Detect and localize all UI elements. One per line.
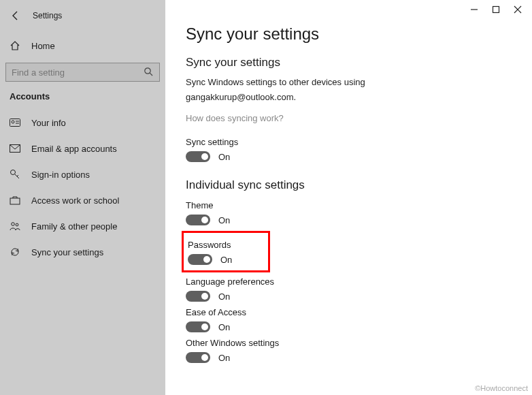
back-button[interactable] [10, 10, 22, 22]
watermark: ©Howtoconnect [475, 384, 528, 392]
sidebar-item-label: Access work or school [31, 195, 119, 206]
maximize-button[interactable] [491, 5, 501, 14]
ease-toggle[interactable] [186, 321, 210, 332]
sync-heading: Sync your settings [186, 56, 532, 69]
sidebar-item-work[interactable]: Access work or school [0, 187, 165, 213]
window-controls [469, 0, 532, 19]
language-state: On [218, 291, 230, 302]
sidebar-item-label: Your info [31, 118, 66, 128]
svg-line-1 [150, 73, 152, 76]
svg-rect-14 [493, 7, 499, 13]
svg-point-12 [16, 223, 18, 226]
page-title: Sync your settings [186, 25, 532, 44]
theme-label: Theme [186, 200, 532, 210]
svg-point-7 [11, 170, 16, 175]
close-button[interactable] [513, 5, 522, 14]
minimize-button[interactable] [469, 5, 479, 14]
people-icon [10, 221, 22, 231]
ease-label: Ease of Access [186, 307, 532, 317]
svg-point-11 [12, 223, 15, 226]
sync-desc-1: Sync Windows settings to other devices u… [186, 76, 532, 89]
passwords-toggle[interactable] [188, 254, 212, 265]
svg-rect-10 [10, 198, 20, 204]
svg-line-9 [17, 175, 18, 176]
sidebar-item-family[interactable]: Family & other people [0, 213, 165, 239]
sidebar-item-label: Email & app accounts [31, 144, 117, 154]
sidebar-section-label: Accounts [0, 91, 165, 101]
other-toggle[interactable] [186, 352, 210, 363]
svg-point-3 [12, 121, 14, 123]
sidebar-item-signin[interactable]: Sign-in options [0, 161, 165, 187]
search-input[interactable] [5, 63, 160, 82]
highlight-box: Passwords On [182, 231, 270, 272]
passwords-state: On [220, 255, 232, 265]
how-sync-works-link[interactable]: How does syncing work? [186, 113, 284, 123]
sidebar-item-label: Family & other people [31, 221, 117, 232]
sidebar-item-label: Sign-in options [31, 170, 90, 180]
sidebar-item-your-info[interactable]: Your info [0, 110, 165, 136]
other-state: On [218, 353, 230, 363]
language-label: Language preferences [186, 276, 532, 287]
home-icon [10, 40, 22, 51]
individual-heading: Individual sync settings [186, 178, 532, 192]
svg-point-0 [145, 68, 150, 74]
sidebar-item-label: Sync your settings [31, 247, 103, 257]
sidebar-item-email[interactable]: Email & app accounts [0, 136, 165, 161]
ease-state: On [218, 322, 230, 332]
language-toggle[interactable] [186, 291, 210, 302]
home-nav[interactable]: Home [0, 34, 165, 57]
content-pane: ⌄ Sync your settings Sync your settings … [165, 0, 532, 395]
other-label: Other Windows settings [186, 338, 532, 348]
master-sync-label: Sync settings [186, 137, 532, 147]
briefcase-icon [10, 195, 22, 205]
master-sync-toggle[interactable] [186, 151, 210, 162]
sidebar: Settings Home Accounts Your info E [0, 0, 165, 395]
home-label: Home [31, 41, 55, 51]
key-icon [10, 169, 22, 180]
mail-icon [10, 144, 22, 153]
theme-state: On [218, 215, 230, 225]
master-sync-state: On [218, 152, 230, 162]
sidebar-item-sync[interactable]: Sync your settings [0, 239, 165, 265]
sync-icon [10, 247, 22, 257]
passwords-label: Passwords [188, 240, 264, 250]
app-title: Settings [33, 11, 62, 20]
search-wrap [5, 63, 160, 82]
search-icon [144, 67, 153, 76]
theme-toggle[interactable] [186, 215, 210, 225]
sync-desc-2: gangakkurup@outlook.com. [186, 91, 532, 104]
person-card-icon [10, 118, 22, 127]
